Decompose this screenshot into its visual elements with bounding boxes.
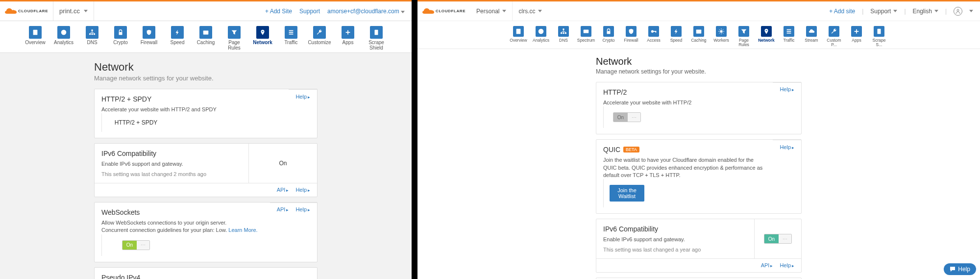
svg-rect-33	[607, 31, 611, 34]
card-bar: API▸Help▸	[95, 183, 317, 197]
setting-card: WebSocketsAllow WebSockets connections t…	[94, 202, 318, 262]
main-nav-left: OverviewAnalyticsDNSCryptoFirewallSpeedC…	[0, 21, 412, 53]
nav-item-page-rules[interactable]: PageRules	[734, 26, 754, 47]
svg-rect-41	[787, 29, 791, 30]
nav-label: Analytics	[54, 40, 74, 46]
card-bar: Help▸	[773, 140, 801, 153]
nav-item-custom-p-[interactable]: CustomP...	[824, 26, 844, 47]
nav-item-scrape-s-[interactable]: ScrapeS...	[869, 26, 889, 47]
card-icon	[581, 26, 591, 37]
nav-label: DNS	[559, 38, 568, 43]
nav-item-caching[interactable]: Caching	[194, 26, 218, 51]
nav-item-crypto[interactable]: Crypto	[109, 26, 132, 51]
nav-item-traffic[interactable]: Traffic	[279, 26, 303, 51]
card-title: Pseudo IPv4	[101, 274, 310, 279]
account-link[interactable]: amorse+cf@cloudflare.com	[327, 8, 405, 15]
nav-item-overview[interactable]: Overview	[509, 26, 528, 47]
nav-item-speed[interactable]: Speed	[666, 26, 686, 47]
toggle[interactable]: On⋯	[764, 234, 792, 244]
nav-item-scrape-shield[interactable]: ScrapeShield	[365, 26, 388, 51]
nav-item-spectrum[interactable]: Spectrum	[576, 26, 596, 47]
card-desc: Enable IPv6 support and gateway.	[603, 236, 747, 243]
card-note: This setting was last changed a year ago	[603, 244, 747, 253]
nav-label: Traffic	[783, 38, 794, 43]
api-link[interactable]: API▸	[761, 262, 773, 268]
nav-label: PageRules	[228, 40, 241, 51]
svg-point-40	[766, 30, 767, 31]
card-bar: API▸Help▸	[596, 258, 801, 272]
nav-item-caching[interactable]: Caching	[689, 26, 709, 47]
nav-label: Network	[758, 38, 775, 43]
api-link[interactable]: API▸	[277, 187, 289, 193]
bolt-icon	[171, 26, 184, 39]
svg-rect-38	[696, 30, 702, 31]
learn-more-link[interactable]: Learn More.	[228, 227, 257, 233]
add-site-link[interactable]: + Add site	[829, 8, 855, 15]
action-button[interactable]: Join the Waitlist	[610, 185, 644, 202]
nav-item-overview[interactable]: Overview	[24, 26, 47, 51]
setting-card: HTTP/2 + SPDYAccelerate your website wit…	[94, 89, 318, 138]
nav-item-network[interactable]: Network	[251, 26, 274, 51]
chevron-down-icon	[84, 10, 88, 12]
nav-item-firewall[interactable]: Firewall	[137, 26, 161, 51]
help-link[interactable]: Help▸	[295, 206, 310, 212]
account-selector[interactable]: Personal	[470, 1, 512, 21]
nav-item-traffic[interactable]: Traffic	[779, 26, 799, 47]
nav-item-network[interactable]: Network	[757, 26, 776, 47]
nav-label: Stream	[805, 38, 818, 43]
nav-item-stream[interactable]: Stream	[802, 26, 821, 47]
api-link[interactable]: API▸	[277, 206, 289, 212]
site-selector[interactable]: print.cc	[53, 1, 94, 21]
site-selector[interactable]: clrs.cc	[512, 1, 548, 21]
user-icon[interactable]	[954, 7, 962, 16]
nav-item-analytics[interactable]: Analytics	[531, 26, 551, 47]
toggle[interactable]: On⋯	[613, 112, 641, 122]
nav-item-crypto[interactable]: Crypto	[599, 26, 618, 47]
support-dropdown[interactable]: Support	[870, 8, 897, 15]
card-title: IPv6 Compatibility	[101, 150, 242, 157]
svg-rect-15	[289, 34, 294, 35]
toggle[interactable]: On⋯	[122, 240, 150, 250]
nav-item-customize[interactable]: Customize	[308, 26, 331, 51]
svg-rect-13	[289, 30, 294, 31]
gear-icon	[716, 26, 727, 37]
support-link[interactable]: Support	[299, 8, 320, 15]
help-link[interactable]: Help▸	[780, 144, 794, 150]
nav-label: Network	[253, 40, 272, 46]
svg-rect-43	[787, 33, 791, 34]
cloudflare-logo[interactable]: CLOUDFLARE	[417, 1, 470, 21]
shield-icon	[626, 26, 637, 37]
help-link[interactable]: Help▸	[780, 262, 794, 268]
help-link[interactable]: Help▸	[295, 94, 310, 100]
help-fab[interactable]: Help	[944, 263, 976, 275]
nav-item-firewall[interactable]: Firewall	[621, 26, 641, 47]
language-dropdown[interactable]: English	[913, 8, 938, 15]
svg-point-7	[91, 33, 93, 35]
nav-item-page-rules[interactable]: PageRules	[222, 26, 246, 51]
nav-item-access[interactable]: Access	[644, 26, 663, 47]
card-desc: Allow WebSockets connections to your ori…	[101, 219, 263, 234]
help-link[interactable]: Help▸	[780, 86, 794, 92]
svg-point-27	[563, 28, 564, 30]
page-subtitle: Manage network settings for your website…	[596, 68, 802, 75]
nav-label: Workers	[713, 38, 729, 43]
nav-item-dns[interactable]: DNS	[554, 26, 573, 47]
nav-item-speed[interactable]: Speed	[166, 26, 189, 51]
header-right: CLOUDFLARE Personal clrs.cc + Add site |…	[417, 1, 980, 21]
pie-icon	[536, 26, 546, 37]
nav-item-apps[interactable]: Apps	[336, 26, 360, 51]
nav-item-workers[interactable]: Workers	[711, 26, 731, 47]
nav-label: Apps	[343, 40, 354, 46]
nav-item-apps[interactable]: Apps	[847, 26, 866, 47]
card-bar: Help▸	[289, 89, 317, 103]
svg-rect-24	[517, 31, 519, 31]
help-link[interactable]: Help▸	[295, 187, 310, 193]
page-title: Network	[94, 61, 318, 74]
cloudflare-logo[interactable]: CLOUDFLARE	[0, 1, 53, 21]
nav-label: Analytics	[533, 38, 549, 43]
add-site-link[interactable]: + Add Site	[265, 8, 292, 15]
card-bar: Help▸	[773, 82, 801, 96]
nav-item-dns[interactable]: DNS	[80, 26, 104, 51]
wrench-icon	[313, 26, 326, 39]
nav-item-analytics[interactable]: Analytics	[52, 26, 75, 51]
